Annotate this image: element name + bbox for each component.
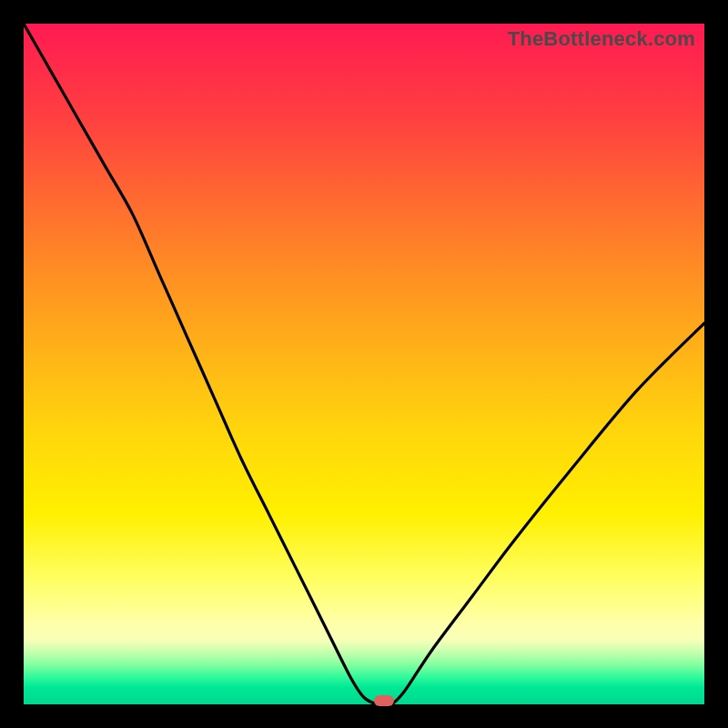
bottleneck-curve xyxy=(24,24,704,704)
optimum-marker xyxy=(374,695,394,706)
chart-plot-area: TheBottleneck.com xyxy=(24,24,704,704)
chart-frame: TheBottleneck.com xyxy=(0,0,728,728)
